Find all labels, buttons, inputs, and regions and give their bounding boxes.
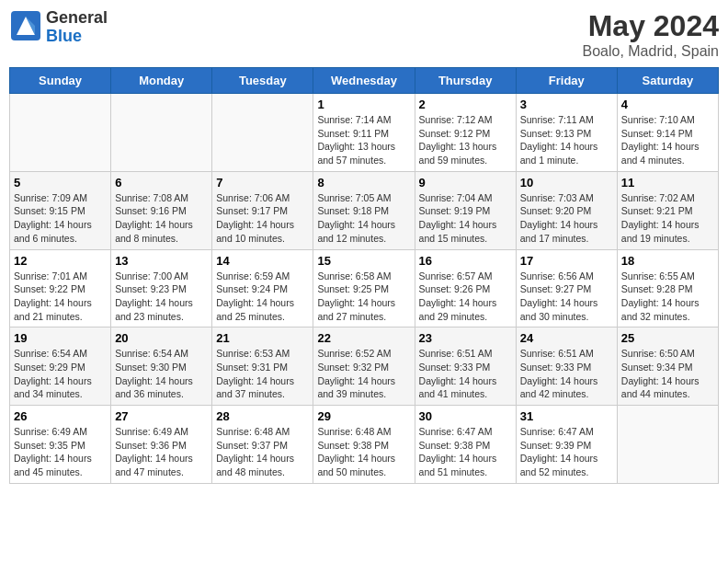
day-content: Sunrise: 6:53 AM Sunset: 9:31 PM Dayligh… bbox=[216, 347, 309, 401]
day-content: Sunrise: 6:56 AM Sunset: 9:27 PM Dayligh… bbox=[520, 270, 613, 324]
calendar-cell: 23Sunrise: 6:51 AM Sunset: 9:33 PM Dayli… bbox=[415, 327, 516, 406]
day-content: Sunrise: 6:50 AM Sunset: 9:34 PM Dayligh… bbox=[621, 347, 714, 401]
day-number: 7 bbox=[216, 176, 309, 190]
calendar-cell: 19Sunrise: 6:54 AM Sunset: 9:29 PM Dayli… bbox=[10, 327, 111, 406]
calendar-cell: 8Sunrise: 7:05 AM Sunset: 9:18 PM Daylig… bbox=[313, 171, 415, 249]
day-content: Sunrise: 7:10 AM Sunset: 9:14 PM Dayligh… bbox=[621, 113, 714, 167]
day-content: Sunrise: 6:47 AM Sunset: 9:39 PM Dayligh… bbox=[520, 425, 613, 479]
day-number: 4 bbox=[621, 98, 714, 111]
day-number: 10 bbox=[520, 176, 613, 190]
day-content: Sunrise: 7:12 AM Sunset: 9:12 PM Dayligh… bbox=[419, 113, 512, 167]
logo: General Blue bbox=[9, 9, 108, 46]
day-content: Sunrise: 7:14 AM Sunset: 9:11 PM Dayligh… bbox=[317, 113, 410, 167]
calendar-body: 1Sunrise: 7:14 AM Sunset: 9:11 PM Daylig… bbox=[10, 94, 719, 484]
calendar-cell: 28Sunrise: 6:48 AM Sunset: 9:37 PM Dayli… bbox=[212, 406, 313, 484]
day-number: 27 bbox=[115, 409, 208, 423]
calendar-header: SundayMondayTuesdayWednesdayThursdayFrid… bbox=[10, 68, 719, 94]
day-number: 6 bbox=[115, 176, 208, 190]
day-content: Sunrise: 7:06 AM Sunset: 9:17 PM Dayligh… bbox=[216, 191, 309, 246]
day-number: 5 bbox=[14, 176, 107, 190]
subtitle: Boalo, Madrid, Spain bbox=[582, 43, 719, 60]
calendar-cell: 5Sunrise: 7:09 AM Sunset: 9:15 PM Daylig… bbox=[10, 171, 111, 249]
day-number: 19 bbox=[14, 331, 107, 345]
day-number: 31 bbox=[520, 409, 613, 423]
week-row-5: 26Sunrise: 6:49 AM Sunset: 9:35 PM Dayli… bbox=[10, 406, 719, 484]
calendar-cell: 13Sunrise: 7:00 AM Sunset: 9:23 PM Dayli… bbox=[111, 249, 212, 327]
week-row-4: 19Sunrise: 6:54 AM Sunset: 9:29 PM Dayli… bbox=[10, 327, 719, 406]
day-content: Sunrise: 7:11 AM Sunset: 9:13 PM Dayligh… bbox=[520, 113, 613, 167]
day-number: 1 bbox=[317, 98, 410, 111]
calendar-cell: 20Sunrise: 6:54 AM Sunset: 9:30 PM Dayli… bbox=[111, 327, 212, 406]
day-content: Sunrise: 6:49 AM Sunset: 9:36 PM Dayligh… bbox=[115, 425, 208, 479]
calendar-cell: 3Sunrise: 7:11 AM Sunset: 9:13 PM Daylig… bbox=[516, 94, 617, 172]
main-title: May 2024 bbox=[582, 9, 719, 43]
calendar-cell bbox=[212, 94, 313, 172]
column-header-friday: Friday bbox=[516, 68, 617, 94]
calendar-cell: 17Sunrise: 6:56 AM Sunset: 9:27 PM Dayli… bbox=[516, 249, 617, 327]
calendar-cell: 4Sunrise: 7:10 AM Sunset: 9:14 PM Daylig… bbox=[617, 94, 718, 172]
calendar-table: SundayMondayTuesdayWednesdayThursdayFrid… bbox=[9, 67, 719, 484]
logo-general-text: General bbox=[46, 9, 108, 28]
day-number: 24 bbox=[520, 331, 613, 345]
calendar-cell: 26Sunrise: 6:49 AM Sunset: 9:35 PM Dayli… bbox=[10, 406, 111, 484]
day-content: Sunrise: 6:58 AM Sunset: 9:25 PM Dayligh… bbox=[317, 270, 410, 324]
day-content: Sunrise: 6:55 AM Sunset: 9:28 PM Dayligh… bbox=[621, 270, 714, 324]
day-content: Sunrise: 7:00 AM Sunset: 9:23 PM Dayligh… bbox=[115, 270, 208, 324]
calendar-cell: 16Sunrise: 6:57 AM Sunset: 9:26 PM Dayli… bbox=[415, 249, 516, 327]
logo-icon bbox=[9, 9, 42, 42]
day-content: Sunrise: 6:54 AM Sunset: 9:29 PM Dayligh… bbox=[14, 347, 107, 401]
day-content: Sunrise: 6:52 AM Sunset: 9:32 PM Dayligh… bbox=[317, 347, 410, 401]
day-number: 21 bbox=[216, 331, 309, 345]
week-row-3: 12Sunrise: 7:01 AM Sunset: 9:22 PM Dayli… bbox=[10, 249, 719, 327]
calendar-cell: 1Sunrise: 7:14 AM Sunset: 9:11 PM Daylig… bbox=[313, 94, 415, 172]
calendar-cell: 22Sunrise: 6:52 AM Sunset: 9:32 PM Dayli… bbox=[313, 327, 415, 406]
week-row-2: 5Sunrise: 7:09 AM Sunset: 9:15 PM Daylig… bbox=[10, 171, 719, 249]
day-content: Sunrise: 7:02 AM Sunset: 9:21 PM Dayligh… bbox=[621, 191, 714, 246]
week-row-1: 1Sunrise: 7:14 AM Sunset: 9:11 PM Daylig… bbox=[10, 94, 719, 172]
day-number: 22 bbox=[317, 331, 410, 345]
calendar-cell bbox=[10, 94, 111, 172]
calendar-cell: 2Sunrise: 7:12 AM Sunset: 9:12 PM Daylig… bbox=[415, 94, 516, 172]
day-number: 12 bbox=[14, 254, 107, 268]
calendar-cell: 14Sunrise: 6:59 AM Sunset: 9:24 PM Dayli… bbox=[212, 249, 313, 327]
day-number: 16 bbox=[419, 254, 512, 268]
column-header-monday: Monday bbox=[111, 68, 212, 94]
calendar-cell: 29Sunrise: 6:48 AM Sunset: 9:38 PM Dayli… bbox=[313, 406, 415, 484]
day-content: Sunrise: 7:01 AM Sunset: 9:22 PM Dayligh… bbox=[14, 270, 107, 324]
calendar-cell: 21Sunrise: 6:53 AM Sunset: 9:31 PM Dayli… bbox=[212, 327, 313, 406]
calendar-cell: 30Sunrise: 6:47 AM Sunset: 9:38 PM Dayli… bbox=[415, 406, 516, 484]
day-content: Sunrise: 7:05 AM Sunset: 9:18 PM Dayligh… bbox=[317, 191, 410, 246]
day-number: 25 bbox=[621, 331, 714, 345]
day-content: Sunrise: 6:49 AM Sunset: 9:35 PM Dayligh… bbox=[14, 425, 107, 479]
header-row: SundayMondayTuesdayWednesdayThursdayFrid… bbox=[10, 68, 719, 94]
day-number: 17 bbox=[520, 254, 613, 268]
page-header: General Blue May 2024 Boalo, Madrid, Spa… bbox=[9, 9, 719, 60]
day-number: 15 bbox=[317, 254, 410, 268]
day-content: Sunrise: 6:51 AM Sunset: 9:33 PM Dayligh… bbox=[419, 347, 512, 401]
day-content: Sunrise: 6:59 AM Sunset: 9:24 PM Dayligh… bbox=[216, 270, 309, 324]
day-content: Sunrise: 6:51 AM Sunset: 9:33 PM Dayligh… bbox=[520, 347, 613, 401]
day-number: 9 bbox=[419, 176, 512, 190]
day-content: Sunrise: 6:48 AM Sunset: 9:38 PM Dayligh… bbox=[317, 425, 410, 479]
calendar-cell: 11Sunrise: 7:02 AM Sunset: 9:21 PM Dayli… bbox=[617, 171, 718, 249]
calendar-cell: 25Sunrise: 6:50 AM Sunset: 9:34 PM Dayli… bbox=[617, 327, 718, 406]
column-header-saturday: Saturday bbox=[617, 68, 718, 94]
day-number: 28 bbox=[216, 409, 309, 423]
day-content: Sunrise: 6:47 AM Sunset: 9:38 PM Dayligh… bbox=[419, 425, 512, 479]
day-content: Sunrise: 6:57 AM Sunset: 9:26 PM Dayligh… bbox=[419, 270, 512, 324]
calendar-cell: 7Sunrise: 7:06 AM Sunset: 9:17 PM Daylig… bbox=[212, 171, 313, 249]
day-number: 20 bbox=[115, 331, 208, 345]
calendar-cell: 31Sunrise: 6:47 AM Sunset: 9:39 PM Dayli… bbox=[516, 406, 617, 484]
column-header-thursday: Thursday bbox=[415, 68, 516, 94]
day-number: 18 bbox=[621, 254, 714, 268]
calendar-cell bbox=[111, 94, 212, 172]
calendar-cell: 9Sunrise: 7:04 AM Sunset: 9:19 PM Daylig… bbox=[415, 171, 516, 249]
day-content: Sunrise: 7:03 AM Sunset: 9:20 PM Dayligh… bbox=[520, 191, 613, 246]
day-content: Sunrise: 6:48 AM Sunset: 9:37 PM Dayligh… bbox=[216, 425, 309, 479]
day-number: 26 bbox=[14, 409, 107, 423]
day-number: 2 bbox=[419, 98, 512, 111]
day-number: 3 bbox=[520, 98, 613, 111]
day-content: Sunrise: 6:54 AM Sunset: 9:30 PM Dayligh… bbox=[115, 347, 208, 401]
calendar-cell: 12Sunrise: 7:01 AM Sunset: 9:22 PM Dayli… bbox=[10, 249, 111, 327]
title-block: May 2024 Boalo, Madrid, Spain bbox=[582, 9, 719, 60]
